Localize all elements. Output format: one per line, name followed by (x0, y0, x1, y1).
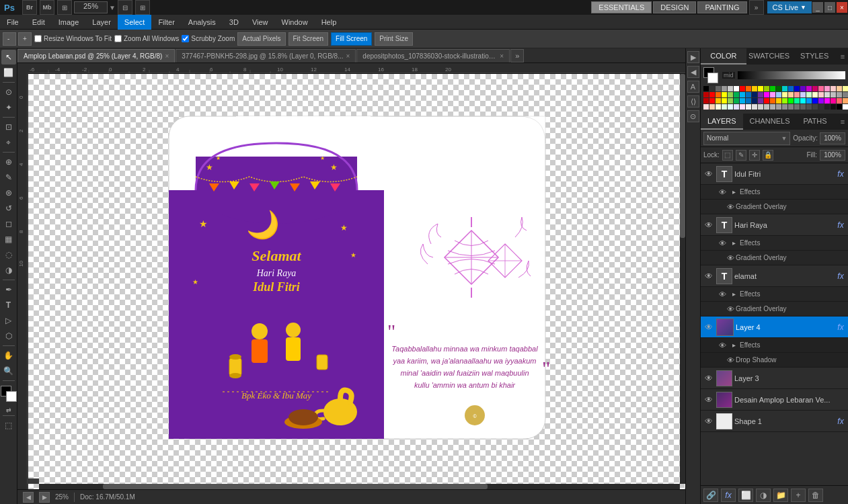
color-cell[interactable] (788, 104, 794, 110)
crop-tool[interactable]: ⊡ (1, 120, 16, 134)
color-cell[interactable] (782, 92, 787, 97)
pen-tool[interactable]: ✒ (1, 282, 16, 297)
color-cell[interactable] (703, 86, 709, 91)
color-cell[interactable] (824, 86, 830, 91)
color-cell[interactable] (758, 92, 763, 97)
color-cell[interactable] (806, 104, 812, 110)
layer-new-btn[interactable]: + (791, 489, 806, 502)
gradient-tool[interactable]: ▦ (1, 232, 16, 247)
color-cell[interactable] (776, 92, 781, 97)
lock-all-btn[interactable]: 🔒 (763, 150, 773, 161)
mini-bridge-icon[interactable]: Mb (40, 0, 54, 15)
sub-eye-hari-raya[interactable]: 👁 (717, 238, 728, 249)
tab-more-btn[interactable]: » (510, 49, 524, 62)
tab-color[interactable]: COLOR (701, 48, 746, 65)
side-icon-3[interactable]: A (687, 81, 699, 93)
layer-mask-btn[interactable]: ⬜ (738, 489, 753, 502)
sub-eye-elamat[interactable]: 👁 (717, 289, 728, 300)
tab-0[interactable]: Amplop Lebaran.psd @ 25% (Layer 4, RGB/8… (17, 49, 175, 62)
color-cell[interactable] (703, 104, 709, 110)
layer-layer3[interactable]: 👁 Layer 3 (701, 368, 848, 389)
eyedropper-tool[interactable]: ⌖ (1, 135, 16, 150)
color-cell[interactable] (752, 86, 757, 91)
tab-swatches[interactable]: SWATCHES (746, 48, 792, 65)
fill-screen-btn[interactable]: Fill Screen (331, 32, 372, 46)
color-cell[interactable] (703, 92, 709, 97)
color-cell[interactable] (734, 92, 739, 97)
color-cell[interactable] (843, 92, 848, 97)
menu-analysis[interactable]: Analysis (182, 15, 223, 30)
color-cell[interactable] (812, 104, 818, 110)
color-cell[interactable] (837, 86, 842, 91)
menu-filter[interactable]: Filter (151, 15, 181, 30)
menu-layer[interactable]: Layer (85, 15, 118, 30)
color-cell[interactable] (788, 92, 794, 97)
color-cell[interactable] (770, 86, 775, 91)
arrange-icon[interactable]: ⊞ (57, 0, 72, 15)
shape-tool[interactable]: ⬡ (1, 329, 16, 343)
bridge-icon[interactable]: Br (22, 0, 37, 15)
menu-image[interactable]: Image (52, 15, 86, 30)
color-cell[interactable] (818, 86, 824, 91)
layer-link-btn[interactable]: 🔗 (703, 489, 718, 502)
background-color[interactable] (6, 391, 17, 402)
sub-gradient-hari-raya[interactable]: 👁 Gradient Overlay (701, 251, 848, 265)
color-cell[interactable] (824, 98, 830, 103)
v-scrollbar-thumb[interactable] (680, 74, 685, 238)
color-cell[interactable] (843, 86, 848, 91)
color-cell[interactable] (716, 92, 721, 97)
color-cell[interactable] (788, 86, 794, 91)
color-cell[interactable] (722, 104, 727, 110)
clone-stamp-tool[interactable]: ⊛ (1, 185, 16, 200)
layer-eye-desain[interactable]: 👁 (703, 394, 714, 405)
v-scrollbar[interactable] (680, 74, 685, 484)
layer-hari-raya[interactable]: 👁 T Hari Raya fx (701, 214, 848, 236)
more-workspaces-icon[interactable]: » (749, 0, 764, 15)
tab-2[interactable]: depositphotos_107836030-stock-illustrati… (356, 49, 510, 62)
tab-1[interactable]: 377467-PBNKH5-298.jpg @ 15.8% (Layer 0, … (176, 49, 356, 62)
color-cell[interactable] (776, 86, 781, 91)
quick-mask-btn[interactable]: ⬚ (1, 418, 16, 433)
color-cell[interactable] (709, 86, 715, 91)
color-cell[interactable] (800, 98, 806, 103)
side-icon-2[interactable]: ◀ (687, 66, 699, 78)
menu-view[interactable]: View (245, 15, 275, 30)
menu-file[interactable]: File (0, 15, 26, 30)
color-cell[interactable] (722, 92, 727, 97)
color-cell[interactable] (709, 98, 715, 103)
color-cell[interactable] (837, 92, 842, 97)
color-cell[interactable] (740, 86, 745, 91)
sub-effects-layer4[interactable]: 👁 ▸ Effects (701, 338, 848, 353)
layer-group-btn[interactable]: 📁 (773, 489, 788, 502)
close-btn[interactable]: × (837, 2, 847, 13)
color-cell[interactable] (764, 92, 769, 97)
sub-eye-gradient-elamat[interactable]: 👁 (725, 304, 736, 314)
bg-color-mini[interactable] (707, 73, 718, 83)
scrubby-zoom-checkbox[interactable]: Scrubby Zoom (182, 35, 235, 42)
zoom-tool[interactable]: 🔍 (1, 364, 16, 378)
color-cell[interactable] (837, 104, 842, 110)
color-cell[interactable] (788, 98, 794, 103)
color-cell[interactable] (746, 104, 751, 110)
tab-layers[interactable]: LAYERS (701, 114, 743, 130)
color-cell[interactable] (831, 98, 836, 103)
color-cell[interactable] (812, 98, 818, 103)
color-cell[interactable] (776, 104, 781, 110)
layer-eye-shape1[interactable]: 👁 (703, 416, 714, 427)
side-icon-4[interactable]: ⟨⟩ (687, 95, 699, 108)
color-cell[interactable] (716, 98, 721, 103)
color-cell[interactable] (734, 98, 739, 103)
color-cell[interactable] (746, 86, 751, 91)
nav-right-btn[interactable]: ▶ (39, 492, 50, 503)
color-cell[interactable] (831, 86, 836, 91)
panel-options-icon[interactable]: ≡ (837, 48, 848, 65)
color-cell[interactable] (764, 104, 769, 110)
healing-brush-tool[interactable]: ⊕ (1, 155, 16, 169)
layer-eye-layer3[interactable]: 👁 (703, 373, 714, 384)
color-cell[interactable] (728, 104, 733, 110)
cs-live-btn[interactable]: CS Live▼ (767, 1, 812, 13)
color-cell[interactable] (800, 92, 806, 97)
fit-screen-btn[interactable]: Fit Screen (288, 32, 329, 46)
print-size-btn[interactable]: Print Size (375, 32, 413, 46)
design-btn[interactable]: DESIGN (653, 1, 696, 13)
